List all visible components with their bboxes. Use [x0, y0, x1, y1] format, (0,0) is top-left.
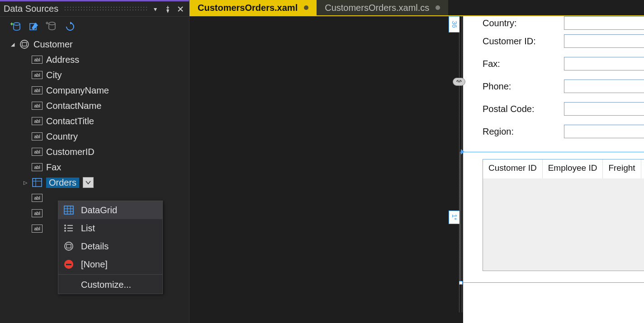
svg-rect-20	[66, 244, 71, 248]
datagrid-icon	[63, 205, 75, 215]
svg-point-19	[65, 242, 73, 250]
tree-node-customerid[interactable]: abl CustomerID	[5, 144, 185, 159]
list-icon	[63, 223, 75, 234]
tree-node-label: ContactTitle	[46, 116, 94, 126]
menu-item-label: List	[81, 223, 95, 234]
tree-node-address[interactable]: abl Address	[5, 52, 185, 67]
control-type-menu: DataGrid List Details [None] Customize..…	[58, 201, 163, 294]
configure-data-source-icon[interactable]	[47, 21, 57, 32]
tab-label: CustomersOrders.xaml	[198, 3, 298, 13]
form-label: Postal Code:	[483, 104, 555, 114]
datagrid-body	[483, 178, 644, 271]
phone-input[interactable]	[564, 80, 644, 93]
blank-icon	[63, 279, 75, 290]
field-icon: abl	[32, 70, 43, 80]
field-icon: abl	[32, 116, 43, 126]
menu-item-list[interactable]: List	[58, 219, 162, 237]
menu-item-label: DataGrid	[81, 205, 117, 215]
pin-icon[interactable]	[163, 4, 173, 14]
tab-customersorders-xaml[interactable]: CustomersOrders.xaml	[189, 0, 317, 15]
menu-item-label: Customize...	[81, 280, 131, 290]
designer-surface[interactable]: 36 1* Country: Customer ID: Fax: Phone:	[189, 16, 644, 323]
tab-bar: CustomersOrders.xaml CustomersOrders.xam…	[189, 0, 644, 16]
tree-node-orders[interactable]: ▷ Orders	[5, 175, 185, 190]
customerid-input[interactable]	[564, 34, 644, 48]
menu-item-details[interactable]: Details	[58, 237, 162, 255]
tree-node-label: Address	[46, 55, 79, 65]
field-icon: abl	[32, 193, 43, 203]
panel-drag-grip[interactable]	[64, 6, 147, 12]
menu-item-label: Details	[81, 241, 109, 252]
expander-icon[interactable]: ▷	[23, 180, 28, 185]
tree-node-label: City	[46, 70, 62, 80]
column-header[interactable]: Order Date	[641, 159, 644, 178]
form-label: Country:	[483, 18, 555, 28]
tree-node-country[interactable]: abl Country	[5, 129, 185, 144]
panel-title: Data Sources	[4, 4, 58, 14]
form-row-fax: Fax:	[483, 52, 644, 75]
svg-rect-16	[67, 228, 73, 229]
menu-item-datagrid[interactable]: DataGrid	[58, 201, 162, 219]
refresh-icon[interactable]	[65, 22, 75, 32]
menu-separator	[58, 274, 162, 275]
dirty-dot-icon	[304, 5, 308, 10]
form-label: Fax:	[483, 59, 555, 69]
drop-control-type-button[interactable]	[83, 177, 94, 188]
tab-label: CustomersOrders.xaml.cs	[325, 3, 429, 13]
tree-node-fax[interactable]: abl Fax	[5, 159, 185, 175]
customer-form: Country: Customer ID: Fax: Phone: Postal…	[483, 16, 644, 143]
collection-icon	[32, 178, 43, 187]
field-icon: abl	[32, 147, 43, 157]
row-size-tag[interactable]: 36	[449, 16, 459, 33]
region-input[interactable]	[564, 125, 644, 138]
none-icon	[63, 259, 75, 270]
tree-node-companyname[interactable]: abl CompanyName	[5, 83, 185, 98]
tree-node-customer[interactable]: ◢ Customer	[5, 37, 185, 52]
tree-node-label: Customer	[33, 39, 73, 50]
editor-area: CustomersOrders.xaml CustomersOrders.xam…	[189, 0, 644, 323]
form-row-country: Country:	[483, 16, 644, 30]
svg-rect-8	[64, 206, 73, 214]
close-icon[interactable]	[175, 4, 185, 14]
svg-point-3	[20, 40, 28, 48]
field-icon: abl	[32, 85, 43, 95]
tree-node-contactname[interactable]: abl ContactName	[5, 98, 185, 113]
tree-node-label: Fax	[46, 162, 61, 173]
add-data-source-icon[interactable]	[11, 21, 21, 32]
details-icon	[63, 241, 75, 252]
panel-header: Data Sources ▾	[0, 1, 189, 17]
field-icon: abl	[32, 101, 43, 111]
orders-datagrid[interactable]: Customer ID Employee ID Freight Order Da…	[483, 159, 644, 271]
resize-handle[interactable]	[459, 281, 463, 285]
panel-dropdown-icon[interactable]: ▾	[150, 4, 160, 14]
panel-toolbar	[0, 17, 189, 34]
country-input[interactable]	[564, 16, 644, 30]
column-header[interactable]: Freight	[603, 159, 641, 178]
form-label: Region:	[483, 126, 555, 137]
menu-item-customize[interactable]: Customize...	[58, 276, 162, 294]
tree-node-contacttitle[interactable]: abl ContactTitle	[5, 113, 185, 129]
svg-point-15	[64, 227, 66, 229]
ruler-guide	[459, 16, 459, 312]
column-header[interactable]: Customer ID	[483, 159, 543, 178]
fax-input[interactable]	[564, 57, 644, 70]
column-header[interactable]: Employee ID	[543, 159, 603, 178]
svg-point-13	[64, 225, 66, 226]
form-label: Phone:	[483, 81, 555, 92]
form-row-phone: Phone:	[483, 75, 644, 98]
tree-node-label: CustomerID	[46, 147, 95, 157]
postalcode-input[interactable]	[564, 102, 644, 116]
row-size-tag[interactable]: 1*	[449, 211, 459, 224]
edit-data-source-icon[interactable]	[29, 22, 39, 32]
svg-rect-14	[67, 225, 73, 226]
field-icon: abl	[32, 162, 43, 172]
menu-item-none[interactable]: [None]	[58, 255, 162, 273]
svg-rect-5	[33, 178, 42, 187]
tree-node-label: Orders	[46, 178, 79, 188]
link-anchor-icon[interactable]	[453, 78, 465, 86]
field-icon: abl	[32, 208, 43, 218]
tree-node-city[interactable]: abl City	[5, 67, 185, 83]
tab-customersorders-xaml-cs[interactable]: CustomersOrders.xaml.cs	[317, 0, 448, 15]
expander-icon[interactable]: ◢	[10, 42, 15, 47]
menu-item-label: [None]	[81, 259, 108, 270]
